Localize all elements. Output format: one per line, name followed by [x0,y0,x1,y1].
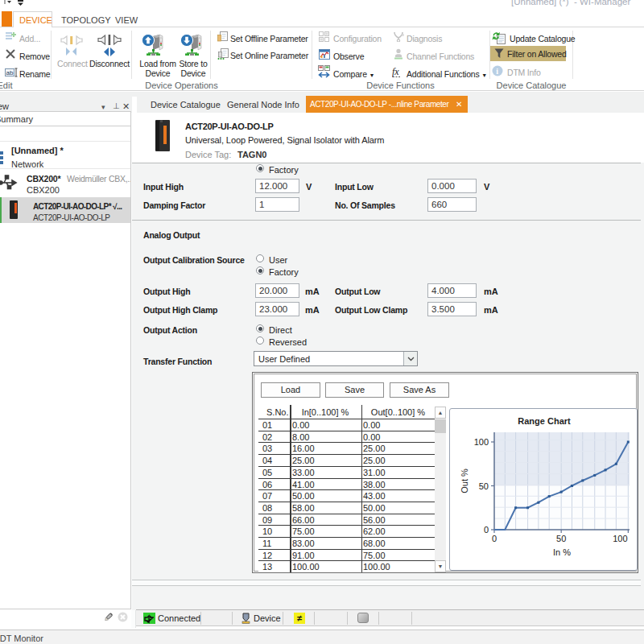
svg-text:0: 0 [492,534,497,543]
svg-text:Out %: Out % [460,469,469,493]
svg-text:i: i [496,67,498,76]
svg-text:0: 0 [484,525,489,535]
svg-text:50: 50 [479,481,489,491]
svg-text:100: 100 [613,534,627,543]
svg-text:50: 50 [556,534,566,543]
svg-text:fx: fx [392,67,399,77]
svg-text:100: 100 [474,437,489,447]
svg-text:ab: ab [6,69,14,76]
svg-text:In %: In % [553,547,571,557]
